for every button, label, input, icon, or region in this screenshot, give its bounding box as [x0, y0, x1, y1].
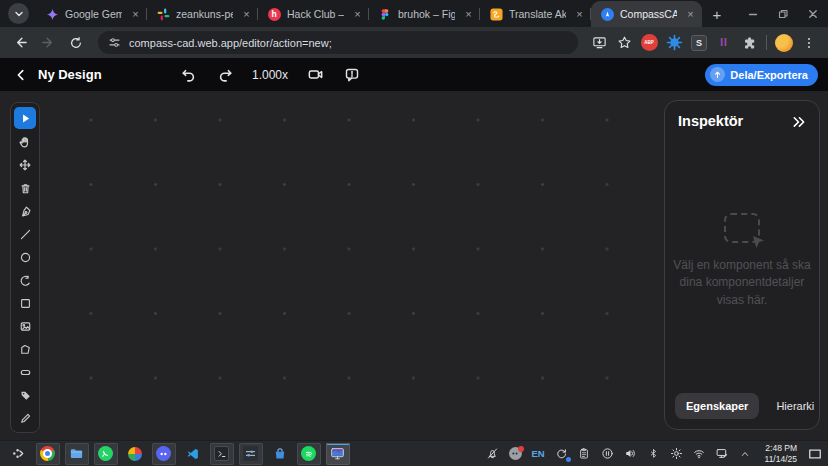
language-indicator[interactable]: EN [529, 444, 548, 464]
taskbar-store[interactable] [268, 443, 292, 465]
bluetooth-icon[interactable] [644, 444, 663, 464]
taskbar-whatsapp[interactable] [94, 443, 118, 465]
taskbar-chrome[interactable] [36, 443, 60, 465]
camera-icon[interactable] [305, 65, 325, 85]
browser-tab-strip: Google Gemini × zeankuns-persona × h Hac… [0, 0, 828, 27]
gemini-icon [45, 7, 59, 21]
tool-arc[interactable] [14, 270, 36, 290]
tool-image[interactable] [14, 316, 36, 336]
tab-compasscad[interactable]: CompassCAD × [591, 1, 702, 27]
tool-polygon[interactable] [14, 339, 36, 359]
tab-translate-aksara[interactable]: Translate Aksara J × [480, 1, 591, 27]
stylus-extension-icon[interactable]: S [688, 32, 710, 54]
adblock-extension-icon[interactable]: ABP [638, 32, 660, 54]
tab-title: Google Gemini [65, 8, 122, 20]
select-component-icon [724, 213, 760, 243]
tab-close-button[interactable]: × [572, 7, 587, 22]
tool-pen[interactable] [14, 201, 36, 221]
editor-back-button[interactable] [10, 64, 32, 86]
close-window-button[interactable] [798, 2, 828, 26]
discord-tray-icon[interactable] [506, 444, 525, 464]
taskbar-spotify[interactable] [297, 443, 321, 465]
tool-hand[interactable] [14, 132, 36, 152]
tab-close-button[interactable]: × [461, 7, 476, 22]
tab-figma[interactable]: bruhok – Figma × [369, 1, 480, 27]
taskbar-clock[interactable]: 2:48 PM 11/14/25 [765, 443, 797, 463]
compasscad-icon [600, 7, 614, 21]
redo-button[interactable] [215, 65, 235, 85]
tool-circle[interactable] [14, 247, 36, 267]
tool-move[interactable] [14, 155, 36, 175]
tool-delete[interactable] [14, 178, 36, 198]
media-pause-icon[interactable] [598, 444, 617, 464]
tab-close-button[interactable]: × [350, 7, 365, 22]
tab-search-button[interactable] [8, 3, 29, 24]
address-bar[interactable]: compass-cad.web.app/editor/action=new; [98, 31, 578, 54]
undo-button[interactable] [178, 65, 198, 85]
tool-label[interactable] [14, 385, 36, 405]
forward-nav-button[interactable] [36, 31, 60, 55]
extensions-puzzle-icon[interactable] [738, 32, 760, 54]
install-app-icon[interactable] [588, 32, 610, 54]
tool-select[interactable] [14, 107, 36, 129]
brightness-icon[interactable] [667, 444, 686, 464]
minimize-button[interactable] [738, 2, 768, 26]
start-button[interactable] [7, 443, 31, 465]
upload-icon [710, 67, 725, 82]
clipboard-icon[interactable] [575, 444, 594, 464]
profile-avatar[interactable] [773, 32, 795, 54]
taskbar-pinwheel-app[interactable] [123, 443, 147, 465]
hack-club-icon: h [267, 7, 281, 21]
collapse-panel-icon[interactable] [791, 114, 806, 129]
browser-menu-kebab-icon[interactable] [798, 32, 820, 54]
zoom-level[interactable]: 1.000x [252, 68, 288, 82]
new-tab-button[interactable]: + [705, 2, 729, 26]
site-settings-icon[interactable] [108, 36, 121, 49]
tab-close-button[interactable]: × [128, 7, 143, 22]
tool-palette [10, 102, 40, 433]
tab-title: Hack Club – Ship [287, 8, 344, 20]
notifications-muted-icon[interactable] [483, 444, 502, 464]
taskbar-compasscad-window[interactable] [326, 443, 350, 465]
sync-icon[interactable] [552, 444, 571, 464]
editor-header: Ny Design 1.000x Dela/Exportera [0, 58, 828, 91]
taskbar-terminal[interactable] [210, 443, 234, 465]
tool-pill[interactable] [14, 362, 36, 382]
tab-close-button[interactable]: × [683, 7, 698, 22]
tab-properties[interactable]: Egenskaper [675, 393, 759, 419]
taskbar: EN 2:48 PM 11/14/25 [0, 440, 828, 466]
display-edit-icon[interactable] [713, 444, 732, 464]
tab-slack[interactable]: zeankuns-persona × [147, 1, 258, 27]
idm-extension-icon[interactable] [663, 32, 685, 54]
tab-title: zeankuns-persona [176, 8, 233, 20]
tab-google-gemini[interactable]: Google Gemini × [36, 1, 147, 27]
feedback-icon[interactable] [342, 65, 362, 85]
roman-ii-extension-icon[interactable]: II [713, 32, 735, 54]
bookmark-star-icon[interactable] [613, 32, 635, 54]
tab-hierarchy[interactable]: Hierarki [765, 393, 825, 419]
show-desktop-button[interactable] [805, 444, 824, 464]
tab-title: Translate Aksara J [509, 8, 566, 20]
restore-button[interactable] [768, 2, 798, 26]
tab-title: bruhok – Figma [398, 8, 455, 20]
window-controls [738, 2, 828, 26]
back-nav-button[interactable] [8, 31, 32, 55]
volume-icon[interactable] [621, 444, 640, 464]
tab-title: CompassCAD [620, 8, 677, 20]
taskbar-file-manager[interactable] [65, 443, 89, 465]
inspector-tabs: Egenskaper Hierarki [675, 393, 809, 419]
taskbar-discord[interactable] [152, 443, 176, 465]
reload-button[interactable] [64, 31, 88, 55]
toolbar-right-icons: ABP S II [588, 32, 820, 54]
wifi-icon[interactable] [690, 444, 709, 464]
tool-pencil[interactable] [14, 408, 36, 428]
taskbar-vscode[interactable] [181, 443, 205, 465]
tab-hack-club[interactable]: h Hack Club – Ship × [258, 1, 369, 27]
share-export-button[interactable]: Dela/Exportera [705, 64, 818, 86]
url-text[interactable]: compass-cad.web.app/editor/action=new; [129, 37, 332, 49]
tool-line[interactable] [14, 224, 36, 244]
tray-expand-chevron-icon[interactable] [736, 444, 755, 464]
tool-rectangle[interactable] [14, 293, 36, 313]
tab-close-button[interactable]: × [239, 7, 254, 22]
taskbar-settings-sliders[interactable] [239, 443, 263, 465]
